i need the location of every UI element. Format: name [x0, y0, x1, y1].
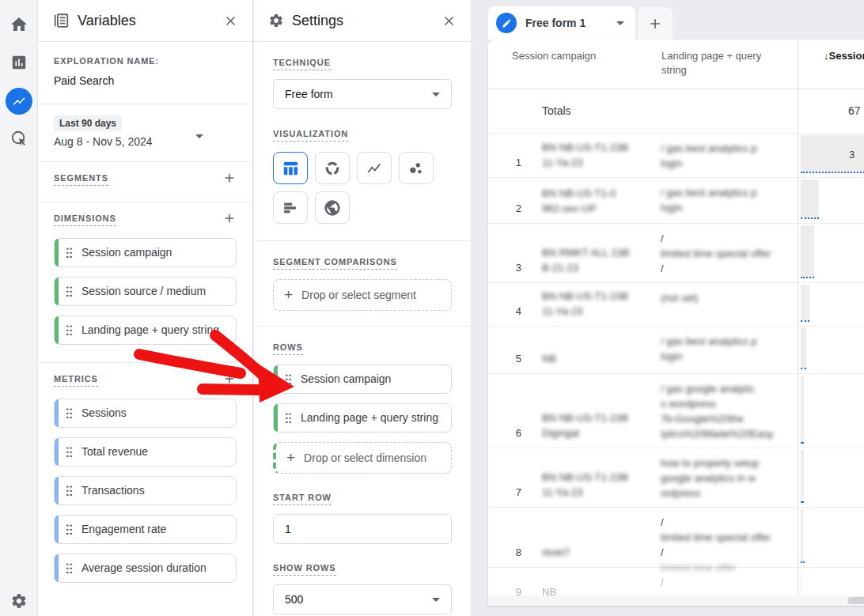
- totals-sessions-value: 67: [848, 104, 861, 117]
- row-number: 5: [488, 353, 521, 365]
- show-rows-select[interactable]: 500: [273, 584, 452, 614]
- variables-close-icon[interactable]: [221, 11, 240, 30]
- drop-segment-text: Drop or select segment: [301, 289, 416, 301]
- date-range-value: Aug 8 - Nov 5, 2024: [54, 135, 153, 148]
- drag-handle-icon[interactable]: [66, 407, 73, 419]
- dimension-chip[interactable]: Session campaign: [54, 238, 237, 267]
- date-range-section[interactable]: Last 90 days Aug 8 - Nov 5, 2024: [38, 104, 252, 162]
- chip-color-bar: [55, 239, 59, 266]
- tab-free-form-1[interactable]: Free form 1: [488, 6, 635, 40]
- chip-color-bar: [55, 477, 59, 505]
- chip-label: Sessions: [81, 406, 127, 421]
- landing-page-cell: (not set): [661, 290, 800, 305]
- drag-handle-icon[interactable]: [66, 523, 73, 535]
- dimensions-label: DIMENSIONS: [54, 214, 116, 226]
- landing-page-cell: /limited time special offer/limited time…: [661, 515, 800, 575]
- session-campaign-cell: NB: [542, 351, 659, 366]
- sessions-heat-bar: [801, 285, 809, 322]
- add-segment-button[interactable]: [222, 171, 237, 187]
- chip-label: Engagement rate: [81, 522, 166, 537]
- dimension-chip[interactable]: Session source / medium: [54, 277, 237, 306]
- row-number: 4: [488, 305, 521, 317]
- advertising-icon[interactable]: [0, 123, 38, 154]
- table-row[interactable]: 3BN RMKT ALL 23BB-21-23/limited time spe…: [488, 224, 864, 283]
- date-range-badge: Last 90 days: [54, 115, 122, 131]
- metric-chip[interactable]: Engagement rate: [54, 515, 237, 544]
- sessions-heat-bar: [801, 509, 803, 563]
- chip-label: Session campaign: [81, 245, 172, 260]
- chip-color-bar: [55, 554, 59, 582]
- row-dimension-chip[interactable]: Landing page + query string: [273, 403, 452, 433]
- landing-page-cell: /limited time special offer/: [661, 231, 800, 276]
- table-row[interactable]: 4BN NB-US-T1-23B11-Ya-23(not set): [488, 283, 864, 327]
- admin-gear-icon[interactable]: [0, 585, 38, 616]
- add-dimension-button[interactable]: [222, 211, 237, 228]
- metric-chip[interactable]: Total revenue: [54, 437, 237, 467]
- landing-page-cell: / gas best analytics plogin: [661, 334, 800, 364]
- drop-dimension-text: Drop or select dimension: [304, 452, 426, 464]
- row-dimension-chip[interactable]: Session campaign: [273, 365, 452, 394]
- metric-chip[interactable]: Average session duration: [54, 554, 237, 583]
- row-number: 8: [488, 546, 521, 558]
- drag-handle-icon[interactable]: [66, 285, 73, 297]
- column-header-session-campaign[interactable]: Session campaign: [512, 49, 596, 63]
- table-row[interactable]: 2BN NB-US-T1-0962-sec-UP/ gas best analy…: [488, 178, 864, 224]
- donut-chart-icon[interactable]: [315, 152, 350, 184]
- home-icon[interactable]: [0, 9, 38, 40]
- scatter-chart-icon[interactable]: [399, 152, 434, 184]
- table-row[interactable]: 8rbskt7/limited time special offer/limit…: [488, 508, 864, 568]
- add-tab-button[interactable]: [638, 7, 673, 40]
- drag-handle-icon[interactable]: [66, 562, 73, 574]
- chip-color-bar: [55, 399, 59, 427]
- settings-close-icon[interactable]: [439, 11, 458, 30]
- column-header-landing-page[interactable]: Landing page + query string: [661, 49, 780, 77]
- tab-label: Free form 1: [525, 17, 616, 29]
- drop-dimension-plus-icon: +: [286, 449, 295, 467]
- chip-color-bar: [274, 365, 278, 393]
- table-row[interactable]: 7BN NB-US-T1-23B11-Ya-23how to properly …: [488, 448, 864, 508]
- reports-icon[interactable]: [0, 47, 38, 78]
- drop-dimension-zone[interactable]: + Drop or select dimension: [273, 442, 452, 474]
- metric-chip[interactable]: Sessions: [54, 399, 237, 428]
- row-number: 2: [488, 202, 521, 214]
- settings-gear-icon: [268, 13, 284, 28]
- chip-color-bar: [55, 316, 59, 344]
- drag-handle-icon[interactable]: [66, 247, 73, 259]
- horizontal-scrollbar[interactable]: [488, 595, 864, 606]
- metric-chip[interactable]: Transactions: [54, 476, 237, 505]
- drag-handle-icon[interactable]: [285, 412, 292, 424]
- table-row[interactable]: 5NB/ gas best analytics plogin: [488, 327, 864, 374]
- table-chart-icon[interactable]: [273, 152, 308, 184]
- session-campaign-cell: BN NB-US-T1-23B11-Ya-23: [542, 470, 659, 500]
- settings-panel: Settings TECHNIQUE Free form VISUALIZATI…: [254, 0, 471, 616]
- variables-icon: [52, 12, 70, 29]
- tab-edit-pencil-icon: [496, 13, 517, 33]
- chip-label: Average session duration: [81, 561, 207, 576]
- settings-header: Settings: [254, 0, 471, 42]
- drag-handle-icon[interactable]: [66, 485, 73, 497]
- bar-chart-icon[interactable]: [273, 191, 308, 224]
- sessions-heat-bar: [801, 450, 804, 503]
- dimension-chip[interactable]: Landing page + query string: [54, 316, 237, 345]
- explore-icon[interactable]: [0, 85, 38, 117]
- table-row[interactable]: 6BN NB-US-T1-23BDigingal/ gas google ana…: [488, 374, 864, 448]
- scrollbar-thumb[interactable]: [847, 597, 864, 604]
- column-header-sessions[interactable]: ↓Sessions: [824, 49, 864, 63]
- chip-label: Session campaign: [301, 372, 391, 387]
- line-chart-icon[interactable]: [357, 152, 392, 184]
- technique-select[interactable]: Free form: [273, 79, 452, 109]
- rows-label: ROWS: [273, 342, 303, 355]
- drag-handle-icon[interactable]: [66, 446, 73, 458]
- add-metric-button[interactable]: [222, 372, 237, 388]
- drag-handle-icon[interactable]: [66, 324, 73, 336]
- drag-handle-icon[interactable]: [285, 373, 292, 385]
- chip-label: Landing page + query string: [301, 410, 438, 425]
- sessions-value: 3: [849, 149, 855, 161]
- exploration-name-value[interactable]: Paid Search: [54, 74, 237, 87]
- table-row[interactable]: 1BN NB-US-T1-23B11-Ya-23/ gas best analy…: [488, 134, 864, 178]
- landing-page-cell: /: [661, 575, 800, 590]
- start-row-input[interactable]: 1: [273, 514, 452, 544]
- drop-segment-zone[interactable]: + Drop or select segment: [273, 279, 452, 311]
- rows-section: ROWS Session campaignLanding page + quer…: [254, 327, 471, 616]
- geo-map-icon[interactable]: [315, 191, 350, 224]
